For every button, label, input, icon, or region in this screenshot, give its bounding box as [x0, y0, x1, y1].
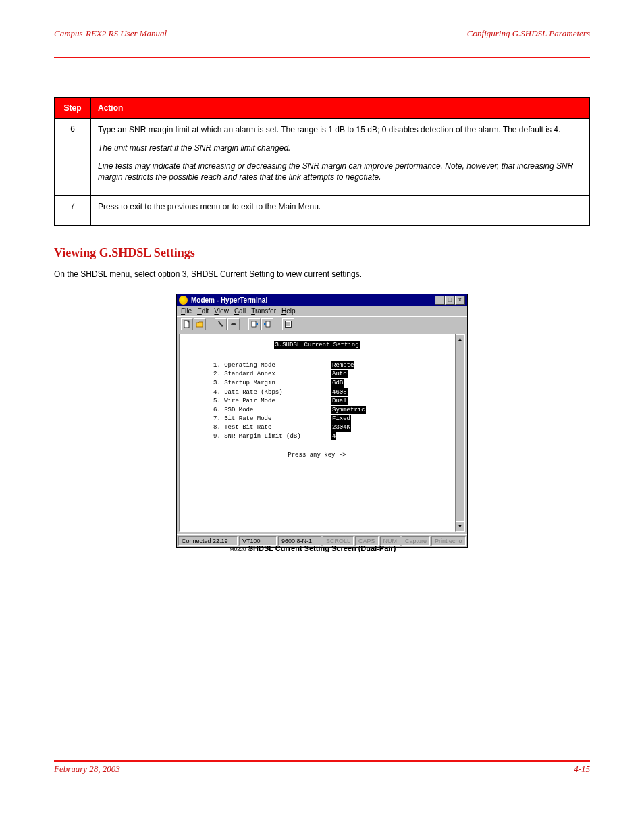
figure-caption: SHDSL Current Setting Screen (Dual-Pair) — [54, 544, 590, 552]
setting-label: 8. Test Bit Rate — [213, 423, 331, 432]
setting-value: Remote — [331, 361, 354, 369]
setting-row: 3. Startup Margin6dB — [213, 379, 449, 387]
step-6-p1: Type an SNR margin limit at which an ala… — [98, 124, 583, 136]
setting-label: 2. Standard Annex — [213, 370, 331, 378]
setting-row: 8. Test Bit Rate2304K — [213, 423, 449, 432]
step-6-action: Type an SNR margin limit at which an ala… — [91, 119, 590, 196]
menu-view[interactable]: View — [214, 307, 229, 315]
close-button[interactable]: × — [455, 296, 465, 305]
setting-label: 7. Bit Rate Mode — [213, 415, 331, 423]
tool-open-icon[interactable] — [194, 318, 206, 330]
window-title: Modem - HyperTerminal — [191, 296, 431, 304]
setting-row: 7. Bit Rate ModeFixed — [213, 415, 449, 423]
toolbar — [177, 316, 467, 332]
svg-rect-2 — [266, 321, 270, 327]
status-printecho: Print echo — [431, 536, 466, 546]
setting-value: Auto — [331, 370, 348, 378]
scroll-up-icon[interactable]: ▲ — [456, 334, 464, 344]
setting-row: 2. Standard AnnexAuto — [213, 370, 449, 378]
terminal-area[interactable]: 3.SHDSL Current Setting 1. Operating Mod… — [179, 334, 455, 532]
menubar: File Edit View Call Transfer Help — [177, 306, 467, 316]
app-icon — [179, 296, 188, 305]
tool-call-icon[interactable] — [215, 318, 227, 330]
header-rule — [54, 57, 590, 58]
setting-label: 9. SNR Margin Limit (dB) — [213, 432, 331, 440]
menu-file[interactable]: File — [181, 307, 192, 315]
setting-row: 9. SNR Margin Limit (dB)4 — [213, 432, 449, 440]
header-left: Campus-REX2 RS User Manual — [54, 28, 167, 39]
tool-properties-icon[interactable] — [282, 318, 294, 330]
footer-left: February 28, 2003 — [54, 764, 120, 775]
status-capture: Capture — [402, 536, 430, 546]
tool-new-icon[interactable] — [181, 318, 193, 330]
th-action: Action — [91, 98, 590, 119]
step-7-p1: Press to exit to the previous menu or to… — [98, 201, 583, 213]
setting-value: Symmetric — [331, 406, 366, 414]
menu-transfer[interactable]: Transfer — [251, 307, 276, 315]
screen-title: 3.SHDSL Current Setting — [274, 341, 359, 349]
setting-label: 5. Wire Pair Mode — [213, 397, 331, 405]
setting-row: 5. Wire Pair ModeDual — [213, 397, 449, 405]
setting-value: Dual — [331, 397, 348, 405]
setting-value: 2304K — [331, 423, 351, 432]
scroll-down-icon[interactable]: ▼ — [456, 521, 464, 531]
menu-edit[interactable]: Edit — [197, 307, 209, 315]
step-6: 6 — [55, 119, 91, 196]
menu-call[interactable]: Call — [234, 307, 246, 315]
footer-right: 4-15 — [574, 764, 590, 775]
maximize-button[interactable]: □ — [445, 296, 455, 305]
step-6-p3: Line tests may indicate that increasing … — [98, 161, 583, 184]
tool-hangup-icon[interactable] — [227, 318, 240, 330]
setting-value: Fixed — [331, 415, 351, 423]
svg-rect-1 — [252, 321, 256, 327]
section-title: Viewing G.SHDSL Settings — [54, 246, 590, 260]
menu-help[interactable]: Help — [281, 307, 296, 315]
setting-label: 1. Operating Mode — [213, 361, 331, 369]
footer-rule — [54, 760, 590, 762]
tool-receive-icon[interactable] — [261, 318, 273, 330]
tool-send-icon[interactable] — [248, 318, 261, 330]
titlebar[interactable]: Modem - HyperTerminal _ □ × — [177, 294, 467, 306]
setting-label: 4. Data Rate (Kbps) — [213, 388, 331, 396]
status-time: Connected 22:19 — [178, 536, 238, 546]
setting-row: 4. Data Rate (Kbps)4608 — [213, 388, 449, 396]
setting-value: 4608 — [331, 388, 348, 396]
th-step: Step — [55, 98, 91, 119]
step-7-action: Press to exit to the previous menu or to… — [91, 196, 590, 226]
header-right: Configuring G.SHDSL Parameters — [467, 28, 590, 39]
setting-label: 3. Startup Margin — [213, 379, 331, 387]
minimize-button[interactable]: _ — [435, 296, 445, 305]
step-7: 7 — [55, 196, 91, 226]
vertical-scrollbar[interactable]: ▲ ▼ — [455, 334, 465, 532]
section-body: On the SHDSL menu, select option 3, SHDS… — [54, 268, 590, 280]
setting-row: 1. Operating ModeRemote — [213, 361, 449, 369]
setting-row: 6. PSD ModeSymmetric — [213, 406, 449, 414]
procedure-table: Step Action 6 Type an SNR margin limit a… — [54, 97, 590, 226]
setting-label: 6. PSD Mode — [213, 406, 331, 414]
press-any-key: Press any key -> — [185, 451, 449, 459]
hyperterminal-window: Modem - HyperTerminal _ □ × File Edit Vi… — [176, 294, 468, 548]
step-6-p2: The unit must restart if the SNR margin … — [98, 142, 583, 154]
setting-value: 4 — [331, 432, 336, 440]
setting-value: 6dB — [331, 379, 344, 387]
